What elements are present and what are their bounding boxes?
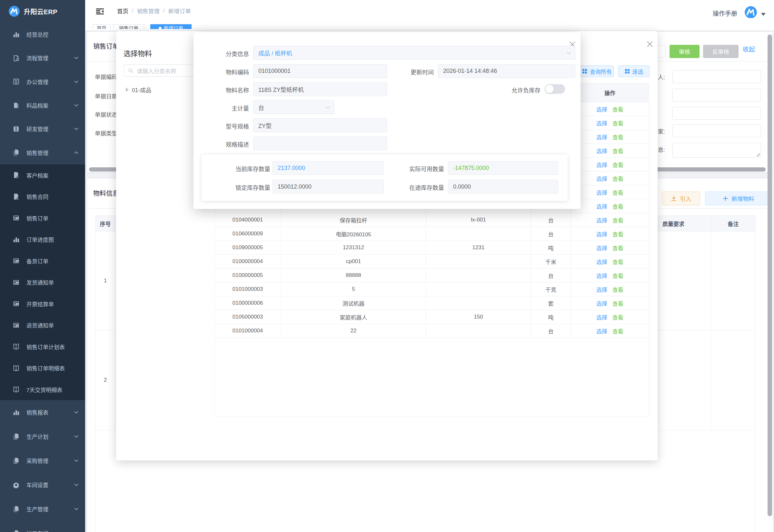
order-right-input-2[interactable]: [672, 89, 761, 102]
transit-stock-input[interactable]: 0.0000: [448, 180, 558, 193]
view-link[interactable]: 查看: [612, 258, 623, 266]
select-link[interactable]: 选择: [596, 119, 607, 127]
sidebar-menu-item[interactable]: 研发管理: [0, 117, 85, 141]
view-link[interactable]: 查看: [612, 313, 623, 321]
view-link[interactable]: 查看: [612, 174, 623, 182]
view-link[interactable]: 查看: [612, 244, 623, 252]
select-link[interactable]: 选择: [596, 299, 607, 307]
order-right-textarea[interactable]: [672, 143, 761, 158]
material-row[interactable]: 0100000005 88888 台 选择 查看: [214, 269, 649, 282]
name-input[interactable]: 118S ZY型纸杯机: [253, 82, 387, 96]
sidebar-menu-item[interactable]: 退货通知单: [0, 314, 85, 336]
vertical-scrollbar[interactable]: [768, 34, 772, 516]
hamburger-icon[interactable]: [96, 8, 104, 15]
select-link[interactable]: 选择: [596, 327, 607, 335]
tree-node-finished-goods[interactable]: 01-成品: [124, 84, 151, 95]
order-right-input-4[interactable]: [672, 124, 761, 137]
select-link[interactable]: 选择: [596, 258, 607, 266]
code-input[interactable]: 0101000001: [253, 64, 387, 78]
caret-down-icon[interactable]: [761, 13, 766, 16]
collapse-link[interactable]: 收起: [743, 44, 755, 53]
sidebar-menu-item[interactable]: 销售合同: [0, 186, 85, 207]
select-link[interactable]: 选择: [596, 202, 607, 210]
sidebar-menu-item[interactable]: 销售订单计划表: [0, 336, 85, 358]
select-link[interactable]: 选择: [596, 174, 607, 182]
select-link[interactable]: 选择: [596, 133, 607, 141]
sidebar-menu-item[interactable]: 销售订单明细表: [0, 357, 85, 379]
category-select[interactable]: 成品 / 纸杯机: [253, 46, 575, 60]
sidebar-menu-item[interactable]: 备货订单: [0, 250, 85, 272]
material-row[interactable]: 0100000004 cp001 千米 选择 查看: [214, 255, 649, 269]
available-stock-input[interactable]: -147875.0000: [448, 161, 558, 175]
material-row[interactable]: 0104000001 保存箱拉杆 lx-001 台 选择 查看: [214, 213, 649, 227]
select-link[interactable]: 选择: [596, 285, 607, 293]
sidebar-menu-item[interactable]: 销售管理: [0, 141, 85, 164]
unaudit-button[interactable]: 反审核: [703, 45, 739, 58]
view-link[interactable]: 查看: [612, 202, 623, 210]
allow-negative-toggle[interactable]: [545, 84, 565, 94]
sidebar-menu-item[interactable]: 销售订单: [0, 207, 85, 229]
sidebar-menu-item[interactable]: 销售报表: [0, 400, 85, 424]
select-link[interactable]: 选择: [596, 188, 607, 196]
view-link[interactable]: 查看: [612, 119, 623, 127]
spec-input[interactable]: [253, 136, 387, 150]
view-link[interactable]: 查看: [612, 285, 623, 293]
import-button[interactable]: 引入: [662, 192, 700, 205]
view-link[interactable]: 查看: [612, 271, 623, 280]
sidebar-menu-item[interactable]: 加工车间: [0, 521, 85, 532]
sidebar-menu-item[interactable]: 车间设置: [0, 473, 85, 497]
view-link[interactable]: 查看: [612, 299, 623, 307]
sidebar-menu-item[interactable]: 经营总控: [0, 23, 85, 46]
sidebar-menu-item[interactable]: 流程管理: [0, 46, 85, 70]
view-link[interactable]: 查看: [612, 327, 623, 335]
order-right-input-1[interactable]: [672, 70, 761, 83]
sidebar-menu-item[interactable]: 采购管理: [0, 448, 85, 473]
sidebar-menu-item[interactable]: 料品档案: [0, 94, 85, 117]
view-link[interactable]: 查看: [612, 105, 623, 113]
breadcrumb-home[interactable]: 首页: [117, 7, 128, 15]
view-link[interactable]: 查看: [612, 147, 623, 155]
select-link[interactable]: 选择: [596, 216, 607, 224]
multi-select-button[interactable]: 连选: [618, 65, 650, 77]
view-link[interactable]: 查看: [612, 133, 623, 141]
select-link[interactable]: 选择: [596, 161, 607, 169]
sidebar-menu-item[interactable]: 办公管理: [0, 70, 85, 94]
locked-stock-input[interactable]: 150012.0000: [273, 180, 384, 193]
query-all-button[interactable]: 查询所有: [580, 65, 614, 77]
material-row[interactable]: 0100000006 测试机器 套 选择 查看: [214, 296, 649, 310]
sidebar-menu-item[interactable]: 订单进度图: [0, 229, 85, 250]
remark-cell[interactable]: [711, 330, 756, 430]
sidebar-menu-item[interactable]: 开票结算单: [0, 293, 85, 315]
sidebar-menu-item[interactable]: 生产计划: [0, 424, 85, 448]
select-link[interactable]: 选择: [596, 230, 607, 238]
view-link[interactable]: 查看: [612, 216, 623, 224]
remark-cell[interactable]: [711, 232, 756, 330]
select-link[interactable]: 选择: [596, 271, 607, 280]
sidebar-logo[interactable]: 升阳云ERP: [0, 0, 85, 23]
material-row[interactable]: 0106000009 电脑20260105 台 选择 查看: [214, 227, 649, 241]
select-link[interactable]: 选择: [596, 313, 607, 321]
quality-cell[interactable]: [659, 232, 711, 330]
material-row[interactable]: 0105000003 家庭机器人 150 吨 选择 查看: [214, 310, 649, 324]
select-link[interactable]: 选择: [596, 147, 607, 155]
select-link[interactable]: 选择: [596, 105, 607, 113]
tag-view-tab[interactable]: 销售订单: [113, 24, 144, 31]
sidebar-menu-item[interactable]: 客户档案: [0, 164, 85, 186]
quality-cell[interactable]: [659, 330, 711, 430]
tree-caret-icon[interactable]: [126, 87, 129, 92]
view-link[interactable]: 查看: [612, 161, 623, 169]
view-link[interactable]: 查看: [612, 188, 623, 196]
breadcrumb-sales[interactable]: 销售管理: [137, 7, 160, 15]
unit-select[interactable]: 台: [253, 100, 334, 114]
view-link[interactable]: 查看: [612, 230, 623, 238]
sidebar-menu-item[interactable]: 生产管理: [0, 497, 85, 521]
material-row[interactable]: 0109000005 1231312 1231 吨 选择 查看: [214, 241, 649, 255]
sidebar-menu-item[interactable]: 发货通知单: [0, 271, 85, 293]
material-row[interactable]: 0101000004 22 台 选择 查看: [214, 324, 649, 338]
resize-grip-icon[interactable]: [756, 153, 760, 157]
audit-button[interactable]: 审核: [670, 45, 700, 58]
updated-input[interactable]: 2026-01-14 14:48:46: [438, 64, 575, 78]
select-link[interactable]: 选择: [596, 244, 607, 252]
tag-view-tab[interactable]: 首页: [93, 24, 111, 31]
add-material-button[interactable]: 新增物料: [705, 192, 771, 205]
